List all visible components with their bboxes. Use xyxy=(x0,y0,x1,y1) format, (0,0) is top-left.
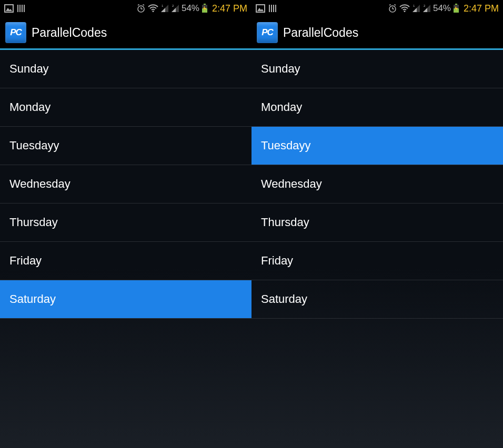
list-item[interactable]: Wednesday xyxy=(0,165,252,203)
list-item-label: Thursday xyxy=(9,216,58,229)
svg-text:1: 1 xyxy=(413,4,415,7)
list-item[interactable]: Saturday xyxy=(252,280,503,319)
status-bar: 1 2 54% 2:47 PM xyxy=(252,0,503,17)
app-icon-text: PC xyxy=(10,27,22,38)
day-list[interactable]: SundayMondayTuesdayyWednesdayThursdayFri… xyxy=(0,50,252,319)
svg-rect-3 xyxy=(19,5,21,12)
svg-point-33 xyxy=(404,11,405,12)
list-item-label: Wednesday xyxy=(261,177,322,191)
app-title: ParallelCodes xyxy=(283,26,358,40)
barcode-icon xyxy=(268,4,278,13)
list-item-label: Friday xyxy=(261,254,293,268)
svg-line-9 xyxy=(138,5,139,6)
signal-sim2-icon: 2 xyxy=(171,4,179,13)
list-item[interactable]: Thursday xyxy=(252,203,503,242)
svg-text:1: 1 xyxy=(162,4,164,7)
list-item[interactable]: Sunday xyxy=(0,50,252,88)
list-item-label: Tuesdayy xyxy=(261,139,311,152)
app-icon[interactable]: PC xyxy=(257,22,278,43)
signal-sim1-icon: 1 xyxy=(160,4,169,13)
svg-rect-24 xyxy=(269,5,270,12)
list-item[interactable]: Friday xyxy=(252,242,503,280)
alarm-icon xyxy=(388,4,397,13)
list-item-label: Sunday xyxy=(9,62,49,76)
svg-line-32 xyxy=(394,5,396,6)
svg-marker-13 xyxy=(161,8,165,12)
signal-sim2-icon: 2 xyxy=(422,4,431,13)
svg-point-11 xyxy=(152,11,154,12)
action-bar: PC ParallelCodes xyxy=(252,17,503,48)
svg-text:2: 2 xyxy=(424,4,426,7)
image-icon xyxy=(256,4,265,13)
list-item[interactable]: Sunday xyxy=(252,50,503,88)
day-list[interactable]: SundayMondayTuesdayyWednesdayThursdayFri… xyxy=(252,50,503,319)
list-item[interactable]: Monday xyxy=(252,88,503,127)
svg-marker-23 xyxy=(257,8,264,11)
list-item-label: Tuesdayy xyxy=(9,139,59,152)
app-icon[interactable]: PC xyxy=(5,22,26,43)
battery-percentage: 54% xyxy=(182,3,199,14)
image-icon xyxy=(4,4,14,13)
wifi-icon xyxy=(148,4,158,13)
svg-marker-38 xyxy=(423,8,427,12)
list-item-label: Monday xyxy=(9,100,51,114)
action-bar: PC ParallelCodes xyxy=(0,17,252,48)
svg-line-10 xyxy=(143,5,144,6)
svg-rect-27 xyxy=(275,5,276,12)
svg-line-31 xyxy=(389,5,391,6)
list-item[interactable]: Tuesdayy xyxy=(252,127,503,165)
phone-screen: 1 2 54% 2:47 PM PC ParallelCodes SundayM… xyxy=(0,0,252,448)
list-item[interactable]: Monday xyxy=(0,88,252,127)
list-item[interactable]: Wednesday xyxy=(252,165,503,203)
battery-percentage: 54% xyxy=(433,3,451,14)
clock: 2:47 PM xyxy=(212,3,247,14)
list-item-label: Saturday xyxy=(9,292,56,306)
svg-rect-40 xyxy=(455,4,457,5)
svg-rect-4 xyxy=(22,5,23,12)
svg-rect-26 xyxy=(273,5,274,12)
list-item-label: Thursday xyxy=(261,216,309,229)
list-item[interactable]: Saturday xyxy=(0,280,252,319)
list-item-label: Wednesday xyxy=(9,177,71,191)
app-title: ParallelCodes xyxy=(32,26,107,40)
battery-icon xyxy=(202,4,208,13)
svg-rect-25 xyxy=(271,5,272,12)
signal-sim1-icon: 1 xyxy=(412,4,420,13)
list-item[interactable]: Tuesdayy xyxy=(0,127,252,165)
wifi-icon xyxy=(399,4,410,13)
status-bar: 1 2 54% 2:47 PM xyxy=(0,0,252,17)
list-item-label: Monday xyxy=(261,100,302,114)
clock: 2:47 PM xyxy=(464,3,499,14)
list-item-label: Friday xyxy=(9,254,42,268)
list-item[interactable]: Friday xyxy=(0,242,252,280)
svg-marker-16 xyxy=(172,8,176,12)
list-item-label: Saturday xyxy=(261,292,307,306)
app-icon-text: PC xyxy=(261,27,273,38)
svg-marker-35 xyxy=(413,8,417,12)
svg-rect-5 xyxy=(24,5,25,12)
barcode-icon xyxy=(17,4,26,13)
svg-text:2: 2 xyxy=(172,4,174,7)
svg-rect-2 xyxy=(17,5,18,12)
svg-rect-18 xyxy=(204,4,206,5)
alarm-icon xyxy=(136,4,146,13)
battery-icon xyxy=(453,4,459,13)
svg-marker-1 xyxy=(6,8,12,11)
list-item[interactable]: Thursday xyxy=(0,203,252,242)
list-item-label: Sunday xyxy=(261,62,300,76)
phone-screen: 1 2 54% 2:47 PM PC ParallelCodes SundayM… xyxy=(252,0,503,448)
